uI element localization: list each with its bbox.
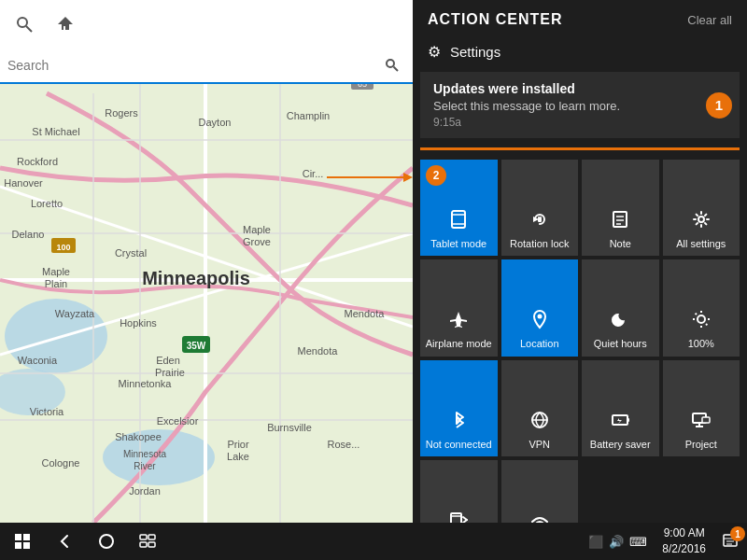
search-bar[interactable]: Search [0, 49, 413, 84]
volume-tray-icon[interactable]: 🔊 [609, 535, 624, 549]
notification-badge: 1 [706, 92, 732, 119]
quick-actions-grid: 2Tablet modeRotation lockNoteAll setting… [413, 156, 747, 560]
quick-action-airplane-mode[interactable]: Airplane mode [420, 259, 498, 356]
notification-item[interactable]: Updates were installed Select this messa… [420, 72, 740, 138]
divider-line [420, 147, 740, 150]
clock-date: 8/2/2016 [662, 541, 706, 557]
settings-row[interactable]: ⚙ Settings [413, 35, 747, 68]
svg-rect-102 [140, 535, 147, 539]
svg-text:Maple: Maple [42, 266, 70, 277]
keyboard-tray-icon[interactable]: ⌨ [629, 535, 647, 549]
svg-line-63 [394, 67, 399, 72]
start-button[interactable] [0, 523, 45, 560]
quick-action-icon-airplane-mode [448, 309, 469, 334]
svg-text:St Michael: St Michael [32, 126, 79, 137]
search-icon[interactable] [379, 52, 405, 78]
svg-text:Loretto: Loretto [31, 198, 63, 209]
quick-action-label-vpn: VPN [529, 439, 550, 451]
svg-rect-98 [23, 534, 30, 540]
quick-action-icon-all-settings [691, 209, 712, 234]
quick-action-icon-quiet-hours [610, 309, 630, 334]
quick-action-label-project: Project [685, 439, 717, 451]
quick-action-label-all-settings: All settings [676, 238, 726, 250]
quick-action-quiet-hours[interactable]: Quiet hours [582, 259, 659, 356]
quick-action-note[interactable]: Note [582, 160, 659, 256]
svg-rect-88 [702, 417, 710, 423]
task-view-button[interactable] [127, 523, 168, 560]
quick-action-label-quiet-hours: Quiet hours [594, 338, 647, 350]
svg-text:Hanover: Hanover [4, 177, 43, 189]
svg-rect-103 [148, 535, 155, 539]
svg-text:Shakopee: Shakopee [115, 431, 162, 442]
svg-rect-97 [15, 534, 21, 540]
settings-label: Settings [450, 44, 500, 60]
svg-text:Rogers: Rogers [105, 107, 138, 119]
svg-point-101 [100, 535, 113, 548]
taskbar-search-button[interactable] [86, 523, 127, 560]
quick-action-label-battery-saver: Battery saver [590, 439, 651, 451]
back-button[interactable] [45, 523, 86, 560]
svg-text:River: River [134, 461, 156, 471]
quick-action-icon-project [691, 410, 712, 435]
svg-rect-64 [452, 211, 465, 228]
notification-body: Select this message to learn more. [433, 99, 726, 113]
quick-action-icon-location [529, 309, 550, 334]
svg-text:Champlin: Champlin [287, 110, 330, 121]
quick-action-icon-vpn [529, 410, 550, 435]
quick-action-tablet-mode[interactable]: 2Tablet mode [420, 160, 498, 256]
quick-action-brightness[interactable]: 100% [663, 259, 740, 356]
quick-action-label-brightness: 100% [688, 338, 714, 350]
svg-rect-99 [15, 542, 21, 549]
quick-action-bluetooth[interactable]: Not connected [420, 360, 498, 456]
taskbar: ⬛ 🔊 ⌨ 9:00 AM 8/2/2016 1 [0, 523, 747, 560]
quick-action-battery-saver[interactable]: Battery saver [582, 360, 659, 456]
notification-center-button[interactable]: 1 [713, 523, 747, 560]
svg-text:Prior: Prior [227, 439, 249, 450]
svg-text:Eden: Eden [156, 355, 180, 366]
quick-action-rotation-lock[interactable]: Rotation lock [501, 160, 579, 256]
svg-text:Minnesota: Minnesota [123, 449, 167, 459]
svg-text:Mendota: Mendota [345, 308, 386, 319]
svg-text:Delano: Delano [12, 229, 45, 240]
clear-all-button[interactable]: Clear all [687, 13, 732, 27]
svg-text:Cologne: Cologne [42, 457, 80, 469]
system-tray-icons: ⬛ 🔊 ⌨ [581, 535, 655, 549]
svg-text:Mendota: Mendota [298, 345, 339, 357]
quick-action-icon-tablet-mode [448, 209, 469, 234]
svg-text:Grove: Grove [243, 236, 271, 247]
svg-point-62 [387, 60, 394, 67]
quick-action-icon-bluetooth [448, 410, 469, 435]
svg-text:Minneapolis: Minneapolis [142, 268, 250, 288]
quick-action-label-tablet-mode: Tablet mode [430, 238, 486, 250]
svg-text:Waconia: Waconia [18, 355, 58, 366]
svg-text:Maple: Maple [243, 224, 271, 235]
svg-text:Rose...: Rose... [328, 439, 360, 450]
svg-text:Lake: Lake [227, 451, 249, 462]
quick-action-location[interactable]: Location [501, 259, 579, 356]
svg-text:Plain: Plain [45, 278, 67, 289]
quick-action-all-settings[interactable]: All settings [663, 160, 740, 256]
svg-text:Rockford: Rockford [17, 156, 58, 167]
search-map-icon[interactable] [7, 7, 41, 41]
notification-count-badge: 1 [730, 526, 745, 541]
svg-rect-86 [627, 418, 629, 422]
clock-time: 9:00 AM [664, 525, 705, 541]
svg-point-60 [18, 18, 27, 27]
map-topbar [0, 0, 413, 49]
svg-text:Jordan: Jordan [129, 485, 161, 497]
svg-point-75 [537, 315, 542, 319]
svg-text:35W: 35W [187, 341, 206, 351]
quick-action-label-airplane-mode: Airplane mode [426, 338, 492, 350]
quick-action-vpn[interactable]: VPN [501, 360, 579, 456]
svg-text:Crystal: Crystal [115, 247, 147, 259]
quick-action-badge-tablet-mode: 2 [426, 165, 446, 186]
quick-action-project[interactable]: Project [663, 360, 740, 456]
quick-action-label-bluetooth: Not connected [426, 439, 492, 451]
quick-action-icon-brightness [691, 309, 712, 334]
directions-icon[interactable] [49, 7, 82, 41]
search-input[interactable]: Search [7, 58, 379, 73]
clock[interactable]: 9:00 AM 8/2/2016 [655, 525, 713, 557]
quick-action-label-note: Note [610, 238, 631, 250]
network-tray-icon[interactable]: ⬛ [588, 535, 603, 549]
quick-action-icon-note [610, 209, 630, 234]
